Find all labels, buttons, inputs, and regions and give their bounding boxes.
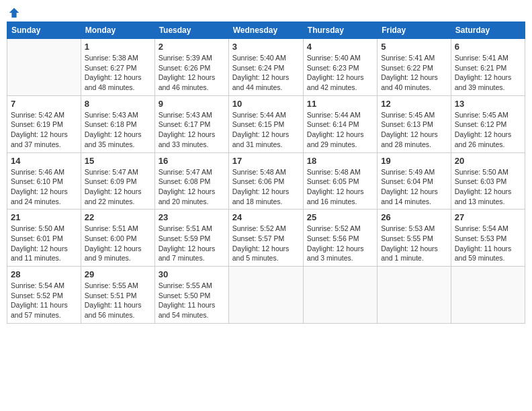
- logo: [7, 7, 20, 16]
- svg-marker-0: [9, 8, 19, 17]
- calendar-cell: 18Sunrise: 5:48 AM Sunset: 6:05 PM Dayli…: [303, 152, 377, 210]
- day-detail: Sunrise: 5:52 AM Sunset: 5:56 PM Dayligh…: [307, 224, 373, 263]
- day-detail: Sunrise: 5:47 AM Sunset: 6:08 PM Dayligh…: [159, 167, 225, 207]
- day-detail: Sunrise: 5:52 AM Sunset: 5:57 PM Dayligh…: [232, 224, 300, 263]
- weekday-header-monday: Monday: [81, 22, 154, 39]
- weekday-header-friday: Friday: [378, 22, 451, 39]
- day-detail: Sunrise: 5:54 AM Sunset: 5:52 PM Dayligh…: [11, 281, 77, 320]
- calendar-cell: 21Sunrise: 5:50 AM Sunset: 6:01 PM Dayli…: [7, 210, 81, 267]
- calendar-cell: [7, 39, 81, 96]
- week-row-0: 1Sunrise: 5:38 AM Sunset: 6:27 PM Daylig…: [7, 39, 525, 96]
- day-detail: Sunrise: 5:54 AM Sunset: 5:53 PM Dayligh…: [455, 224, 521, 263]
- day-number: 9: [159, 99, 225, 109]
- day-number: 6: [455, 42, 521, 52]
- calendar-cell: 3Sunrise: 5:40 AM Sunset: 6:24 PM Daylig…: [228, 39, 303, 96]
- day-detail: Sunrise: 5:39 AM Sunset: 6:26 PM Dayligh…: [159, 53, 225, 93]
- day-detail: Sunrise: 5:40 AM Sunset: 6:23 PM Dayligh…: [307, 53, 373, 93]
- day-detail: Sunrise: 5:45 AM Sunset: 6:12 PM Dayligh…: [455, 110, 521, 150]
- calendar-cell: [228, 267, 303, 324]
- day-number: 1: [85, 42, 151, 52]
- day-detail: Sunrise: 5:48 AM Sunset: 6:05 PM Dayligh…: [307, 167, 373, 207]
- day-detail: Sunrise: 5:46 AM Sunset: 6:10 PM Dayligh…: [11, 167, 77, 207]
- day-number: 8: [85, 99, 151, 109]
- day-number: 18: [307, 156, 373, 166]
- day-detail: Sunrise: 5:51 AM Sunset: 6:00 PM Dayligh…: [85, 224, 151, 263]
- calendar-cell: 24Sunrise: 5:52 AM Sunset: 5:57 PM Dayli…: [228, 210, 303, 267]
- day-detail: Sunrise: 5:53 AM Sunset: 5:55 PM Dayligh…: [381, 224, 447, 263]
- day-number: 19: [381, 156, 447, 166]
- day-number: 12: [381, 99, 447, 109]
- calendar-cell: 30Sunrise: 5:55 AM Sunset: 5:50 PM Dayli…: [154, 267, 228, 324]
- calendar-cell: [303, 267, 377, 324]
- week-row-1: 7Sunrise: 5:42 AM Sunset: 6:19 PM Daylig…: [7, 95, 525, 152]
- day-number: 14: [11, 156, 77, 166]
- day-detail: Sunrise: 5:42 AM Sunset: 6:19 PM Dayligh…: [11, 110, 77, 150]
- calendar-cell: 2Sunrise: 5:39 AM Sunset: 6:26 PM Daylig…: [154, 39, 228, 96]
- calendar-cell: 13Sunrise: 5:45 AM Sunset: 6:12 PM Dayli…: [451, 95, 525, 152]
- day-number: 28: [11, 269, 77, 279]
- day-detail: Sunrise: 5:40 AM Sunset: 6:24 PM Dayligh…: [232, 53, 300, 93]
- day-number: 10: [232, 99, 300, 109]
- weekday-header-thursday: Thursday: [303, 22, 377, 39]
- calendar-cell: 15Sunrise: 5:47 AM Sunset: 6:09 PM Dayli…: [81, 152, 154, 210]
- calendar-table: SundayMondayTuesdayWednesdayThursdayFrid…: [7, 21, 525, 324]
- day-number: 25: [307, 212, 373, 222]
- calendar-cell: [451, 267, 525, 324]
- day-number: 21: [11, 212, 77, 222]
- day-detail: Sunrise: 5:50 AM Sunset: 6:01 PM Dayligh…: [11, 224, 77, 263]
- day-detail: Sunrise: 5:44 AM Sunset: 6:15 PM Dayligh…: [232, 110, 300, 150]
- day-number: 5: [381, 42, 447, 52]
- calendar-cell: 23Sunrise: 5:51 AM Sunset: 5:59 PM Dayli…: [154, 210, 228, 267]
- day-detail: Sunrise: 5:43 AM Sunset: 6:18 PM Dayligh…: [85, 110, 151, 150]
- day-detail: Sunrise: 5:50 AM Sunset: 6:03 PM Dayligh…: [455, 167, 521, 207]
- day-number: 26: [381, 212, 447, 222]
- day-detail: Sunrise: 5:49 AM Sunset: 6:04 PM Dayligh…: [381, 167, 447, 207]
- week-row-4: 28Sunrise: 5:54 AM Sunset: 5:52 PM Dayli…: [7, 267, 525, 324]
- day-number: 27: [455, 212, 521, 222]
- calendar-cell: 29Sunrise: 5:55 AM Sunset: 5:51 PM Dayli…: [81, 267, 154, 324]
- day-detail: Sunrise: 5:38 AM Sunset: 6:27 PM Dayligh…: [85, 53, 151, 93]
- day-number: 23: [159, 212, 225, 222]
- calendar-cell: 26Sunrise: 5:53 AM Sunset: 5:55 PM Dayli…: [378, 210, 451, 267]
- day-number: 20: [455, 156, 521, 166]
- header: [7, 7, 525, 16]
- weekday-header-sunday: Sunday: [7, 22, 81, 39]
- day-number: 29: [85, 269, 151, 279]
- day-number: 11: [307, 99, 373, 109]
- week-row-2: 14Sunrise: 5:46 AM Sunset: 6:10 PM Dayli…: [7, 152, 525, 210]
- calendar-cell: 6Sunrise: 5:41 AM Sunset: 6:21 PM Daylig…: [451, 39, 525, 96]
- day-detail: Sunrise: 5:55 AM Sunset: 5:50 PM Dayligh…: [159, 281, 225, 320]
- day-number: 7: [11, 99, 77, 109]
- day-detail: Sunrise: 5:41 AM Sunset: 6:21 PM Dayligh…: [455, 53, 521, 93]
- calendar-cell: 16Sunrise: 5:47 AM Sunset: 6:08 PM Dayli…: [154, 152, 228, 210]
- calendar-cell: 14Sunrise: 5:46 AM Sunset: 6:10 PM Dayli…: [7, 152, 81, 210]
- page: SundayMondayTuesdayWednesdayThursdayFrid…: [0, 0, 532, 411]
- day-number: 13: [455, 99, 521, 109]
- day-number: 15: [85, 156, 151, 166]
- calendar-cell: 8Sunrise: 5:43 AM Sunset: 6:18 PM Daylig…: [81, 95, 154, 152]
- calendar-cell: 27Sunrise: 5:54 AM Sunset: 5:53 PM Dayli…: [451, 210, 525, 267]
- day-detail: Sunrise: 5:55 AM Sunset: 5:51 PM Dayligh…: [85, 281, 151, 320]
- calendar-cell: 12Sunrise: 5:45 AM Sunset: 6:13 PM Dayli…: [378, 95, 451, 152]
- calendar-cell: 11Sunrise: 5:44 AM Sunset: 6:14 PM Dayli…: [303, 95, 377, 152]
- weekday-header-row: SundayMondayTuesdayWednesdayThursdayFrid…: [7, 22, 525, 39]
- calendar-cell: [378, 267, 451, 324]
- weekday-header-tuesday: Tuesday: [154, 22, 228, 39]
- week-row-3: 21Sunrise: 5:50 AM Sunset: 6:01 PM Dayli…: [7, 210, 525, 267]
- day-number: 3: [232, 42, 300, 52]
- day-number: 17: [232, 156, 300, 166]
- calendar-cell: 7Sunrise: 5:42 AM Sunset: 6:19 PM Daylig…: [7, 95, 81, 152]
- calendar-cell: 22Sunrise: 5:51 AM Sunset: 6:00 PM Dayli…: [81, 210, 154, 267]
- day-number: 22: [85, 212, 151, 222]
- calendar-cell: 20Sunrise: 5:50 AM Sunset: 6:03 PM Dayli…: [451, 152, 525, 210]
- day-number: 30: [159, 269, 225, 279]
- day-detail: Sunrise: 5:47 AM Sunset: 6:09 PM Dayligh…: [85, 167, 151, 207]
- calendar-cell: 19Sunrise: 5:49 AM Sunset: 6:04 PM Dayli…: [378, 152, 451, 210]
- day-detail: Sunrise: 5:51 AM Sunset: 5:59 PM Dayligh…: [159, 224, 225, 263]
- weekday-header-wednesday: Wednesday: [228, 22, 303, 39]
- calendar-cell: 4Sunrise: 5:40 AM Sunset: 6:23 PM Daylig…: [303, 39, 377, 96]
- calendar-cell: 17Sunrise: 5:48 AM Sunset: 6:06 PM Dayli…: [228, 152, 303, 210]
- calendar-cell: 5Sunrise: 5:41 AM Sunset: 6:22 PM Daylig…: [378, 39, 451, 96]
- day-detail: Sunrise: 5:48 AM Sunset: 6:06 PM Dayligh…: [232, 167, 300, 207]
- calendar-cell: 9Sunrise: 5:43 AM Sunset: 6:17 PM Daylig…: [154, 95, 228, 152]
